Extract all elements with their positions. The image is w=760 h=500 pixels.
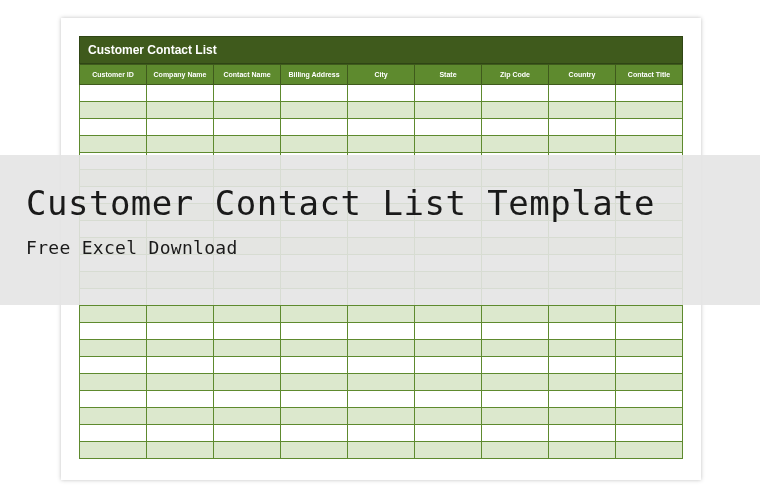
table-cell	[549, 408, 616, 425]
table-cell	[281, 425, 348, 442]
table-cell	[281, 136, 348, 153]
table-cell	[616, 136, 683, 153]
table-cell	[549, 442, 616, 459]
table-cell	[214, 442, 281, 459]
table-cell	[147, 323, 214, 340]
table-cell	[482, 340, 549, 357]
table-cell	[80, 85, 147, 102]
table-cell	[482, 442, 549, 459]
table-cell	[415, 408, 482, 425]
table-cell	[80, 391, 147, 408]
table-cell	[415, 425, 482, 442]
table-cell	[616, 374, 683, 391]
table-cell	[214, 408, 281, 425]
table-cell	[348, 306, 415, 323]
table-cell	[214, 136, 281, 153]
table-cell	[616, 102, 683, 119]
col-contact-name: Contact Name	[214, 65, 281, 85]
table-cell	[147, 357, 214, 374]
table-cell	[549, 391, 616, 408]
table-cell	[147, 340, 214, 357]
table-row	[80, 391, 683, 408]
table-cell	[415, 102, 482, 119]
overlay-title: Customer Contact List Template	[26, 183, 760, 223]
table-cell	[348, 102, 415, 119]
col-billing-address: Billing Address	[281, 65, 348, 85]
table-cell	[549, 425, 616, 442]
table-cell	[80, 374, 147, 391]
table-cell	[415, 323, 482, 340]
col-state: State	[415, 65, 482, 85]
table-cell	[415, 306, 482, 323]
table-cell	[549, 323, 616, 340]
sheet-title: Customer Contact List	[79, 36, 683, 64]
table-cell	[348, 374, 415, 391]
table-cell	[348, 357, 415, 374]
table-cell	[348, 136, 415, 153]
table-cell	[147, 119, 214, 136]
table-cell	[482, 119, 549, 136]
table-cell	[147, 425, 214, 442]
col-customer-id: Customer ID	[80, 65, 147, 85]
table-cell	[482, 374, 549, 391]
table-cell	[348, 408, 415, 425]
table-cell	[80, 306, 147, 323]
table-cell	[214, 340, 281, 357]
table-cell	[214, 357, 281, 374]
col-country: Country	[549, 65, 616, 85]
table-cell	[616, 425, 683, 442]
table-cell	[482, 408, 549, 425]
table-cell	[80, 425, 147, 442]
table-cell	[147, 85, 214, 102]
table-cell	[80, 340, 147, 357]
overlay-subtitle: Free Excel Download	[26, 237, 760, 258]
table-row	[80, 442, 683, 459]
table-cell	[549, 119, 616, 136]
table-cell	[281, 102, 348, 119]
table-cell	[147, 391, 214, 408]
table-cell	[214, 391, 281, 408]
table-cell	[482, 85, 549, 102]
table-row	[80, 136, 683, 153]
table-cell	[147, 306, 214, 323]
table-cell	[281, 391, 348, 408]
table-cell	[549, 374, 616, 391]
table-cell	[616, 408, 683, 425]
table-cell	[415, 357, 482, 374]
table-cell	[482, 391, 549, 408]
table-header-row: Customer ID Company Name Contact Name Bi…	[80, 65, 683, 85]
table-cell	[281, 306, 348, 323]
table-cell	[482, 102, 549, 119]
table-cell	[80, 119, 147, 136]
table-cell	[147, 136, 214, 153]
table-cell	[482, 136, 549, 153]
table-cell	[80, 102, 147, 119]
table-cell	[147, 442, 214, 459]
table-cell	[281, 374, 348, 391]
table-cell	[80, 136, 147, 153]
table-cell	[549, 85, 616, 102]
table-cell	[549, 136, 616, 153]
table-row	[80, 323, 683, 340]
table-row	[80, 306, 683, 323]
table-cell	[348, 85, 415, 102]
promo-overlay: Customer Contact List Template Free Exce…	[0, 155, 760, 305]
table-cell	[281, 357, 348, 374]
table-cell	[549, 306, 616, 323]
col-company-name: Company Name	[147, 65, 214, 85]
table-cell	[281, 119, 348, 136]
table-row	[80, 85, 683, 102]
table-cell	[214, 119, 281, 136]
table-cell	[214, 102, 281, 119]
table-cell	[616, 85, 683, 102]
table-cell	[147, 408, 214, 425]
table-row	[80, 357, 683, 374]
table-row	[80, 340, 683, 357]
table-cell	[214, 85, 281, 102]
table-cell	[616, 306, 683, 323]
table-cell	[281, 340, 348, 357]
table-cell	[616, 391, 683, 408]
table-cell	[281, 442, 348, 459]
table-cell	[348, 442, 415, 459]
table-cell	[214, 374, 281, 391]
